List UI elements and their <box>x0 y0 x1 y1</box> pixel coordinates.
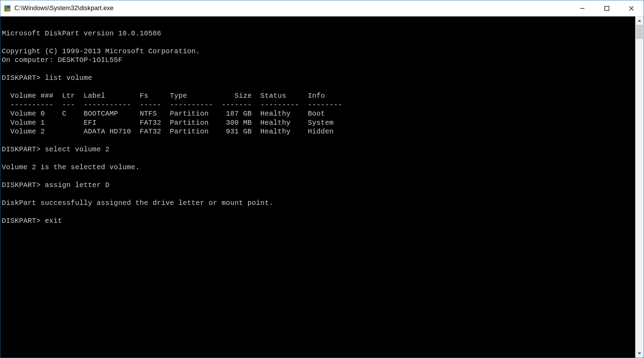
terminal-output[interactable]: Microsoft DiskPart version 10.0.10586 Co… <box>0 16 635 358</box>
svg-rect-3 <box>5 8 7 11</box>
terminal-container: Microsoft DiskPart version 10.0.10586 Co… <box>0 16 644 358</box>
titlebar: C:\Windows\System32\diskpart.exe <box>0 0 644 16</box>
svg-rect-1 <box>5 6 7 8</box>
window-title: C:\Windows\System32\diskpart.exe <box>14 5 570 12</box>
scroll-track[interactable] <box>635 25 644 349</box>
window-controls <box>570 0 644 16</box>
app-icon <box>4 5 11 12</box>
svg-rect-2 <box>7 6 10 8</box>
svg-rect-4 <box>7 8 10 11</box>
minimize-button[interactable] <box>570 0 595 16</box>
scroll-up-arrow[interactable] <box>635 16 644 25</box>
close-button[interactable] <box>619 0 644 16</box>
scroll-down-arrow[interactable] <box>635 349 644 358</box>
maximize-button[interactable] <box>595 0 619 16</box>
scrollbar[interactable] <box>635 16 644 358</box>
svg-rect-6 <box>605 6 609 11</box>
scroll-thumb[interactable] <box>636 25 643 39</box>
